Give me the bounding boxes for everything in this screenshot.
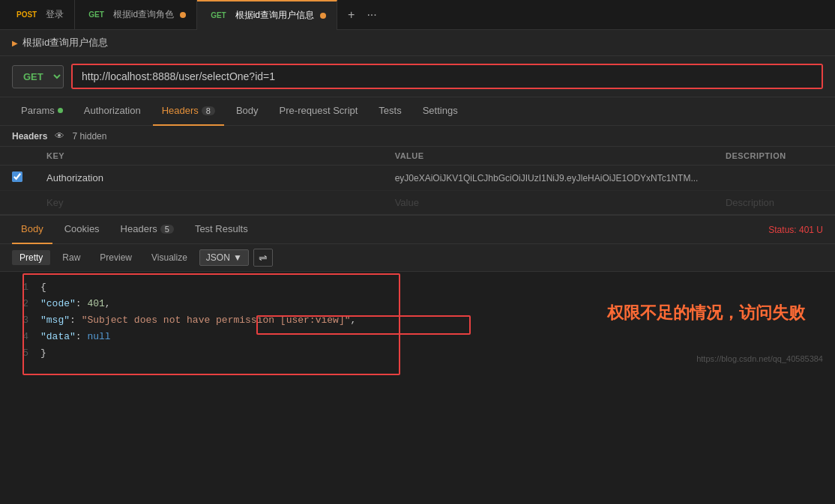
- resp-tab-cookies[interactable]: Cookies: [55, 216, 109, 244]
- tab-get-role[interactable]: GET 根据id查询角色: [75, 0, 197, 30]
- line-num-4: 4: [6, 329, 28, 345]
- body-toolbar: Pretty Raw Preview Visualize JSON ▼ ⇌: [0, 244, 835, 272]
- body-tab-label: Body: [236, 105, 259, 116]
- col-desc-header: DESCRIPTION: [714, 147, 835, 166]
- chevron-down-icon: ▼: [233, 252, 242, 263]
- resp-tab-test-results[interactable]: Test Results: [186, 216, 257, 244]
- line-content-4: "data": null: [40, 329, 111, 345]
- tab-dot-1: [180, 12, 186, 18]
- tab-actions: + ···: [343, 9, 382, 21]
- annotation-text: 权限不足的情况，访问失败: [607, 302, 805, 324]
- method-select[interactable]: GET: [12, 65, 64, 88]
- tab-post-login[interactable]: POST 登录: [3, 0, 75, 30]
- empty-value: Value: [383, 191, 714, 215]
- tab-settings[interactable]: Settings: [414, 97, 467, 126]
- method-badge-get1: GET: [85, 10, 107, 19]
- line-content-3: "msg": "Subject does not have permission…: [40, 312, 356, 329]
- headers-section-label: Headers: [12, 131, 47, 142]
- params-label: Params: [21, 105, 55, 116]
- table-empty-row: Key Value Description: [0, 191, 835, 215]
- breadcrumb-arrow-icon: ▶: [12, 39, 18, 47]
- view-visualize-button[interactable]: Visualize: [144, 250, 195, 265]
- line-content-5: }: [40, 345, 46, 362]
- tab-get-user[interactable]: GET 根据id查询用户信息: [197, 0, 337, 30]
- tab-headers[interactable]: Headers 8: [153, 97, 224, 126]
- empty-checkbox-cell: [0, 191, 34, 215]
- line-num-3: 3: [6, 312, 28, 329]
- empty-key: Key: [34, 191, 383, 215]
- settings-label: Settings: [423, 105, 458, 116]
- row-value-cell: eyJ0eXAiOiJKV1QiLCJhbGciOiJIUzI1NiJ9.eyJ…: [383, 166, 714, 191]
- resp-tab-body[interactable]: Body: [12, 216, 52, 244]
- line-num-5: 5: [6, 345, 28, 362]
- tab-label-role: 根据id查询角色: [113, 8, 174, 21]
- view-raw-button[interactable]: Raw: [55, 250, 88, 265]
- line-num-1: 1: [6, 279, 28, 296]
- tab-label-user: 根据id查询用户信息: [235, 9, 314, 22]
- tab-pre-request[interactable]: Pre-request Script: [271, 97, 367, 126]
- resp-body-label: Body: [21, 223, 43, 234]
- row-checkbox[interactable]: [12, 171, 22, 182]
- code-content-wrapper: 1 { 2 "code": 401, 3 "msg": "Subject doe…: [0, 272, 835, 369]
- method-badge-post: POST: [13, 10, 40, 19]
- method-badge-get2: GET: [208, 10, 229, 20]
- resp-cookies-label: Cookies: [64, 223, 100, 234]
- response-tabs-bar: Body Cookies Headers 5 Test Results Stat…: [0, 216, 835, 244]
- tab-tests[interactable]: Tests: [370, 97, 410, 126]
- row-desc-cell: [714, 166, 835, 191]
- row-key-cell: Authorization: [34, 166, 383, 191]
- resp-test-label: Test Results: [195, 223, 248, 234]
- headers-badge: 8: [202, 106, 215, 115]
- resp-headers-label: Headers: [121, 223, 157, 234]
- tab-dot-2: [320, 13, 326, 19]
- line-num-2: 2: [6, 296, 28, 312]
- wrap-button[interactable]: ⇌: [253, 249, 273, 267]
- tab-bar: POST 登录 GET 根据id查询角色 GET 根据id查询用户信息 + ··…: [0, 0, 835, 30]
- url-input[interactable]: [73, 65, 822, 88]
- empty-desc: Description: [714, 191, 835, 215]
- headers-section: Headers 👁 7 hidden: [0, 126, 835, 147]
- col-checkbox-header: [0, 147, 34, 166]
- tests-label: Tests: [379, 105, 401, 116]
- tab-label-login: 登录: [46, 8, 64, 21]
- tab-authorization[interactable]: Authorization: [75, 97, 150, 126]
- resp-headers-badge: 5: [160, 225, 174, 234]
- params-dot: [58, 108, 63, 113]
- code-line-1: 1 {: [0, 279, 835, 296]
- view-pretty-button[interactable]: Pretty: [12, 250, 50, 265]
- authorization-label: Authorization: [84, 105, 141, 116]
- format-select[interactable]: JSON ▼: [199, 249, 249, 266]
- response-section: Body Cookies Headers 5 Test Results Stat…: [0, 214, 835, 369]
- headers-table: KEY VALUE DESCRIPTION Authorization eyJ0…: [0, 147, 835, 214]
- resp-tab-headers[interactable]: Headers 5: [112, 216, 183, 244]
- breadcrumb-text: 根据id查询用户信息: [22, 36, 108, 49]
- line-content-1: {: [40, 279, 46, 296]
- pre-request-label: Pre-request Script: [280, 105, 358, 116]
- tab-params[interactable]: Params: [12, 97, 72, 126]
- line-content-2: "code": 401,: [40, 296, 111, 312]
- eye-icon: 👁: [55, 130, 64, 142]
- url-input-wrapper: [71, 64, 823, 89]
- more-tabs-button[interactable]: ···: [362, 9, 381, 21]
- code-line-4: 4 "data": null: [0, 329, 835, 345]
- format-label: JSON: [206, 252, 230, 263]
- add-tab-button[interactable]: +: [343, 9, 359, 21]
- table-row: Authorization eyJ0eXAiOiJKV1QiLCJhbGciOi…: [0, 166, 835, 191]
- hidden-count: 7 hidden: [72, 131, 106, 142]
- url-bar: GET: [0, 56, 835, 97]
- view-preview-button[interactable]: Preview: [92, 250, 139, 265]
- col-value-header: VALUE: [383, 147, 714, 166]
- status-info: Status: 401 U: [768, 225, 823, 235]
- col-key-header: KEY: [34, 147, 383, 166]
- csdn-url: https://blog.csdn.net/qq_40585384: [696, 354, 823, 363]
- breadcrumb: ▶ 根据id查询用户信息: [0, 30, 835, 56]
- row-checkbox-cell: [0, 166, 34, 191]
- headers-tab-label: Headers: [162, 105, 199, 116]
- request-tabs: Params Authorization Headers 8 Body Pre-…: [0, 97, 835, 126]
- tab-body[interactable]: Body: [227, 97, 268, 126]
